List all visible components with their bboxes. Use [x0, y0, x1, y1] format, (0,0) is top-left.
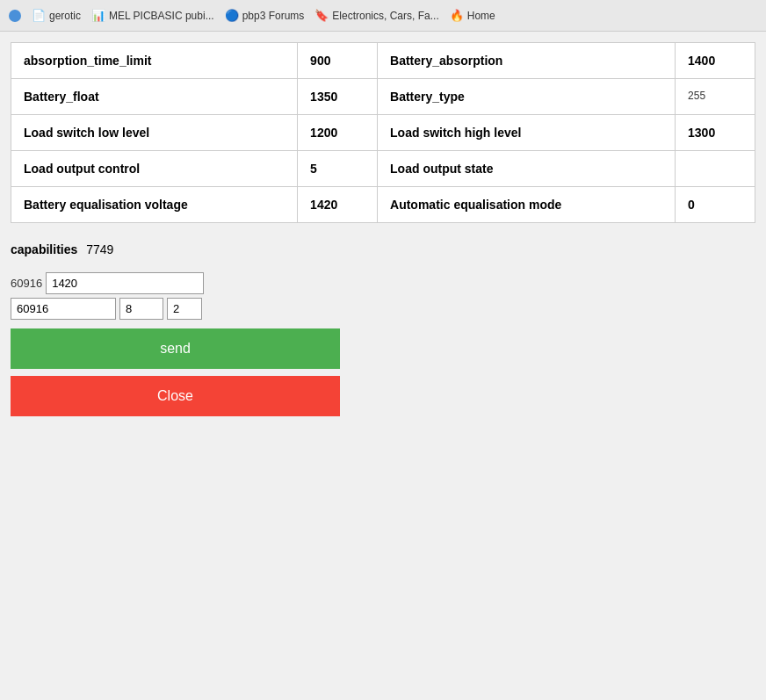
cell-load-output-control-label: Load output control — [11, 151, 298, 187]
tab-gerotic-icon: 📄 — [32, 9, 46, 22]
cell-load-switch-low-label: Load switch low level — [11, 115, 298, 151]
send-button[interactable]: send — [11, 328, 340, 369]
content-area: absorption_time_limit 900 Battery_absorp… — [0, 32, 766, 699]
tab-pbp3[interactable]: 🔵 pbp3 Forums — [225, 9, 305, 22]
cell-battery-equalisation-value: 1420 — [298, 187, 378, 223]
cell-battery-absorption-label: Battery_absorption — [378, 43, 676, 79]
tab-mel-label: MEL PICBASIC pubi... — [109, 10, 214, 22]
cell-battery-absorption-value: 1400 — [676, 43, 755, 79]
tab-home-label: Home — [467, 10, 495, 22]
tab-gerotic-label: gerotic — [49, 10, 81, 22]
browser-bar: 📄 gerotic 📊 MEL PICBASIC pubi... 🔵 pbp3 … — [0, 0, 766, 32]
capabilities-value: 7749 — [86, 242, 113, 256]
tab-pbp3-label: pbp3 Forums — [242, 10, 305, 22]
cell-load-output-control-value: 5 — [298, 151, 378, 187]
tab-mel[interactable]: 📊 MEL PICBASIC pubi... — [91, 9, 214, 22]
table-row: Load output control 5 Load output state — [11, 151, 755, 187]
cell-absorption-time-limit-value: 900 — [298, 43, 378, 79]
cell-battery-equalisation-label: Battery equalisation voltage — [11, 187, 298, 223]
tab-electronics-label: Electronics, Cars, Fa... — [332, 10, 438, 22]
cell-battery-float-label: Battery_float — [11, 79, 298, 115]
cell-absorption-time-limit-label: absorption_time_limit — [11, 43, 298, 79]
cell-auto-equalisation-value: 0 — [676, 187, 755, 223]
tab-gerotic[interactable]: 📄 gerotic — [32, 9, 81, 22]
cell-load-output-state-label: Load output state — [378, 151, 676, 187]
close-button[interactable]: Close — [11, 376, 340, 416]
field1-prefix-label: 60916 — [11, 277, 42, 290]
cell-load-switch-high-label: Load switch high level — [378, 115, 676, 151]
tab-pbp3-icon: 🔵 — [225, 9, 239, 22]
capabilities-row: capabilities 7749 — [11, 237, 755, 262]
input-row-2 — [11, 298, 755, 320]
table-row: Load switch low level 1200 Load switch h… — [11, 115, 755, 151]
table-row: absorption_time_limit 900 Battery_absorp… — [11, 43, 755, 79]
field2-val1-input[interactable] — [119, 298, 163, 320]
browser-dot — [9, 10, 21, 22]
cell-load-output-state-value — [676, 151, 755, 187]
cell-auto-equalisation-label: Automatic equalisation mode — [378, 187, 676, 223]
tab-electronics-icon: 🔖 — [314, 9, 329, 22]
cell-battery-type-value: 255 — [676, 79, 755, 115]
table-row: Battery equalisation voltage 1420 Automa… — [11, 187, 755, 223]
cell-load-switch-low-value: 1200 — [298, 115, 378, 151]
tab-electronics[interactable]: 🔖 Electronics, Cars, Fa... — [314, 9, 438, 22]
cell-battery-float-value: 1350 — [298, 79, 378, 115]
cell-battery-type-label: Battery_type — [378, 79, 676, 115]
cell-load-switch-high-value: 1300 — [676, 115, 755, 151]
tab-home[interactable]: 🔥 Home — [450, 9, 495, 22]
tab-mel-icon: 📊 — [91, 9, 105, 22]
capabilities-label: capabilities — [11, 242, 77, 256]
tab-home-icon: 🔥 — [450, 9, 464, 22]
input-area: 60916 — [11, 272, 755, 320]
field2-prefix-input[interactable] — [11, 298, 116, 320]
field2-val2-input[interactable] — [167, 298, 202, 320]
input-row-1: 60916 — [11, 272, 755, 294]
data-table: absorption_time_limit 900 Battery_absorp… — [11, 42, 755, 223]
table-row: Battery_float 1350 Battery_type 255 — [11, 79, 755, 115]
field1-input[interactable] — [46, 272, 204, 294]
